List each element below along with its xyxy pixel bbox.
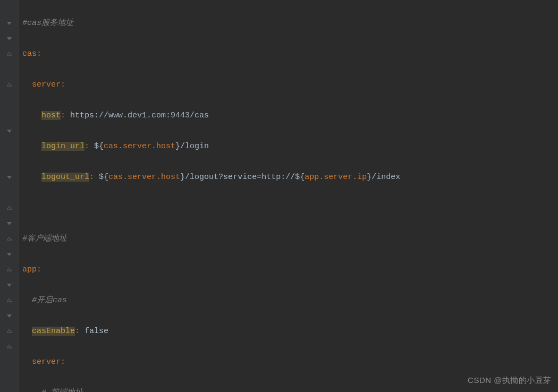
fold-open-icon[interactable] <box>7 175 12 180</box>
comment-frontend: # 前端地址 <box>41 388 83 392</box>
fold-open-icon[interactable] <box>7 21 12 26</box>
key-app: app <box>22 265 37 274</box>
key-host: host <box>41 111 61 120</box>
code-editor[interactable]: #cas服务地址 cas: server: host: https://www.… <box>0 0 558 392</box>
fold-open-icon[interactable] <box>7 221 12 226</box>
fold-open-icon[interactable] <box>7 36 12 41</box>
comment-cas-service: #cas服务地址 <box>22 19 73 28</box>
val-casenable: false <box>84 327 108 336</box>
fold-open-icon[interactable] <box>7 252 12 257</box>
fold-open-icon[interactable] <box>7 283 12 288</box>
fold-open-icon[interactable] <box>7 129 12 134</box>
key-server: server <box>32 80 61 89</box>
comment-enable-cas: #开启cas <box>32 296 67 305</box>
key-logout-url: logout_url <box>41 173 89 182</box>
ref-cas-server-host-2: cas.server.host <box>108 173 180 182</box>
key-casenable: casEnable <box>32 327 75 336</box>
val-cas-host: https://www.dev1.com:9443/cas <box>65 111 209 120</box>
key-cas: cas <box>22 49 37 58</box>
comment-client: #客户端地址 <box>22 234 67 243</box>
fold-gutter <box>0 0 19 392</box>
ref-cas-server-host: cas.server.host <box>104 142 175 151</box>
key-login-url: login_url <box>41 142 84 151</box>
fold-end-icon <box>7 52 12 57</box>
fold-end-icon <box>7 344 12 350</box>
fold-end-icon <box>7 206 12 211</box>
fold-end-icon <box>7 82 12 88</box>
key-server-2: server <box>32 357 61 367</box>
ref-app-server-ip: app.server.ip <box>305 173 367 182</box>
fold-end-icon <box>7 267 12 272</box>
code-area[interactable]: #cas服务地址 cas: server: host: https://www.… <box>19 0 400 392</box>
fold-end-icon <box>7 236 12 242</box>
fold-open-icon[interactable] <box>7 313 12 319</box>
val-login-suffix: }/login <box>175 142 209 151</box>
val-logout-suffix: }/index <box>367 173 400 182</box>
fold-end-icon <box>7 298 12 303</box>
fold-end-icon <box>7 329 12 334</box>
